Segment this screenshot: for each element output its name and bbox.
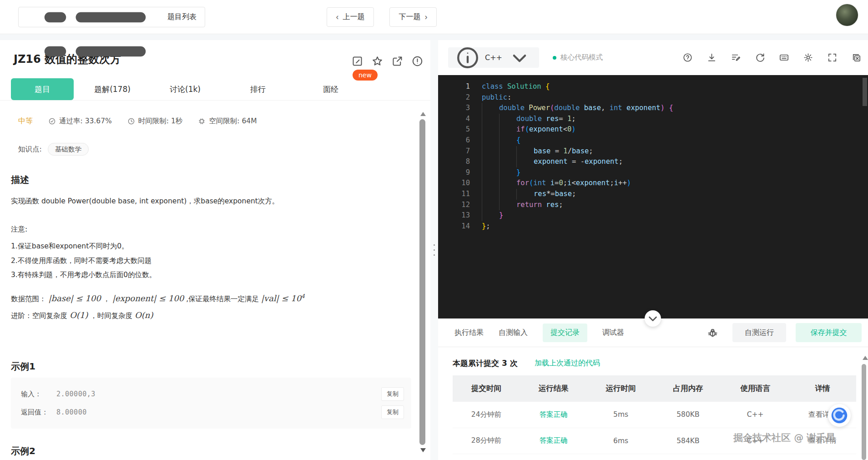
problem-panel: JZ16 数值的整数次方 new 题目题解(178)讨论(1k)排行面经 中等 … (0, 40, 430, 460)
code-token: ; (589, 146, 593, 157)
code-token: ; (572, 189, 576, 200)
user-avatar[interactable] (836, 4, 858, 26)
refresh-icon[interactable] (755, 52, 765, 63)
list-icon (27, 0, 163, 86)
collapse-editor-button[interactable] (645, 310, 661, 327)
line-number: 10 (438, 178, 482, 189)
code-token: return (516, 200, 542, 211)
code-token: ; (559, 200, 563, 211)
table-header-cell: 详情 (789, 375, 856, 402)
code-token: ; (610, 178, 614, 189)
clock-icon (127, 117, 135, 125)
copy-button[interactable]: 复制 (381, 405, 404, 419)
left-scrollbar-up[interactable] (420, 112, 426, 116)
indent-guide (482, 210, 499, 221)
swirl-logo-icon (830, 406, 848, 425)
table-header-cell: 运行结果 (520, 375, 587, 402)
table-header-cell: 提交时间 (453, 375, 520, 402)
help-icon[interactable] (682, 52, 693, 63)
indent-guide (482, 189, 499, 200)
code-token: ( (529, 178, 533, 189)
download-icon[interactable] (707, 52, 717, 63)
problem-tab-3[interactable]: 排行 (224, 78, 292, 100)
code-editor[interactable]: 1class Solution {2public:3double Power(d… (438, 75, 868, 318)
console-tab-1[interactable]: 自测输入 (499, 328, 528, 338)
left-scrollbar-thumb[interactable] (419, 119, 425, 445)
math-text: 4 (301, 293, 305, 303)
table-cell: 6ms (587, 428, 655, 454)
records-scrollbar-up[interactable] (863, 356, 868, 360)
copy-button[interactable]: 复制 (381, 387, 404, 401)
code-token: < (563, 124, 567, 135)
code-token: } (482, 221, 486, 232)
close-editor-icon[interactable] (851, 52, 862, 63)
star-icon[interactable] (371, 55, 384, 67)
bug-icon[interactable] (707, 327, 719, 339)
console-tab-0[interactable]: 执行结果 (454, 328, 484, 338)
editor-panel: C++ 核心代码模式 1class Solution {2public:3dou… (438, 40, 868, 460)
code-token: Solution (507, 81, 541, 92)
example-row-1: 返回值：8.00000复制 (21, 403, 404, 421)
panel-resize-handle[interactable] (430, 40, 438, 460)
records-scrollbar-thumb[interactable] (862, 364, 866, 460)
example-row-0: 输入：2.00000,3复制 (21, 385, 404, 403)
code-token: < (571, 178, 575, 189)
note-list: 1.保证base和exponent不同时为0。2.不得使用库函数，同时不需要考虑… (11, 239, 156, 283)
table-header-cell: 运行时间 (587, 375, 655, 402)
share-icon[interactable] (391, 55, 404, 67)
example1-heading: 示例1 (11, 360, 35, 373)
language-select[interactable]: C++ (448, 47, 539, 68)
code-token: i (550, 178, 555, 189)
save-and-submit-button[interactable]: 保存并提交 (796, 323, 862, 342)
mode-dot-icon (553, 56, 556, 60)
load-last-passed-link[interactable]: 加载上次通过的代码 (535, 359, 600, 368)
indent-guide (516, 146, 534, 157)
line-number: 3 (438, 103, 482, 114)
edit-icon[interactable] (351, 55, 363, 67)
console-tab-2[interactable]: 提交记录 (543, 324, 587, 342)
line-number: 5 (438, 124, 482, 135)
mode-label: 核心代码模式 (560, 53, 603, 62)
code-token: int (610, 103, 622, 114)
editor-toolbar-icons (682, 40, 862, 75)
draft-icon[interactable] (731, 52, 741, 63)
problem-tab-4[interactable]: 面经 (297, 78, 365, 100)
example-row-value: 2.00000,3 (56, 390, 381, 398)
fullscreen-icon[interactable] (827, 52, 838, 63)
space-limit: 空间限制: 64M (198, 116, 257, 126)
knowledge-tag[interactable]: 基础数学 (48, 143, 89, 156)
code-token: , (601, 103, 610, 114)
editor-scrollbar-thumb[interactable] (863, 78, 867, 106)
code-token: ) (571, 124, 575, 135)
console-tab-3[interactable]: 调试器 (602, 328, 624, 338)
line-number: 11 (438, 189, 482, 200)
code-token: { (669, 103, 673, 114)
shortcut-icon[interactable] (779, 52, 789, 63)
code-token (542, 114, 546, 125)
code-line-11: 11res*=base; (438, 189, 868, 200)
table-cell: 580KB (654, 402, 722, 428)
next-problem-button[interactable]: 下一题 › (389, 7, 437, 27)
note-heading: 注意: (11, 225, 27, 234)
indent-guide (482, 167, 499, 178)
math-text: |val| ≤ 10 (261, 293, 301, 303)
code-token: = (559, 114, 567, 125)
indent-guide (482, 135, 499, 146)
problem-list-button[interactable]: 题目列表 (18, 7, 205, 27)
self-test-run-button[interactable]: 自测运行 (732, 323, 786, 342)
code-token: if (516, 124, 525, 135)
assistant-logo-button[interactable] (828, 404, 851, 427)
indent-guide (499, 114, 516, 125)
code-token (546, 178, 550, 189)
prev-problem-button[interactable]: ‹ 上一题 (327, 7, 374, 27)
editor-header: C++ 核心代码模式 (438, 40, 868, 75)
code-token: double (554, 103, 580, 114)
settings-icon[interactable] (803, 52, 813, 63)
code-token (542, 200, 546, 211)
line-number: 7 (438, 146, 482, 157)
table-cell: 5ms (587, 402, 655, 428)
math-text: |exponent| ≤ 100 (112, 293, 184, 303)
indent-guide (482, 157, 499, 167)
report-icon[interactable] (411, 55, 424, 67)
left-scrollbar-down[interactable] (420, 448, 426, 452)
